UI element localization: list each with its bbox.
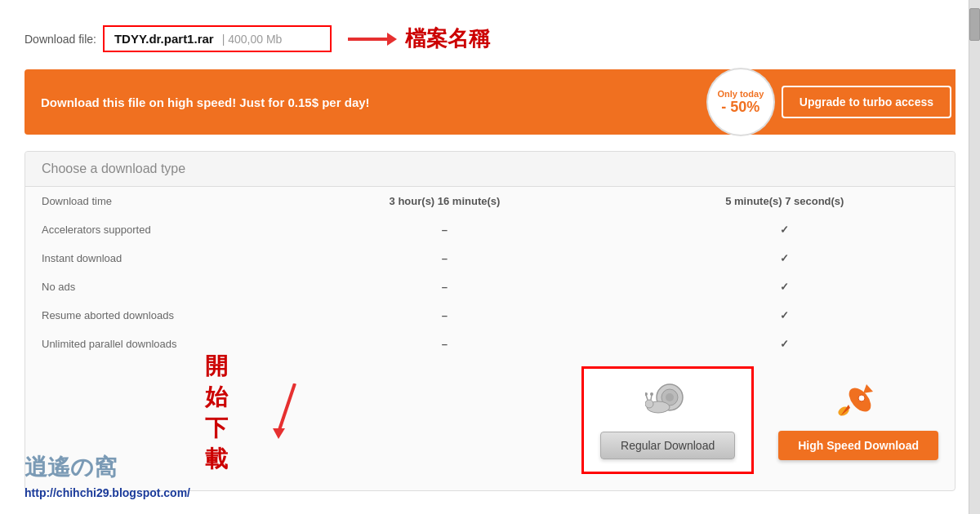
banner-text: Download this file on high speed! Just f… <box>24 84 708 121</box>
discount-today: Only today <box>717 89 764 99</box>
download-type-box: Choose a download type Download time 3 h… <box>24 151 956 491</box>
comparison-table: Download time 3 hour(s) 16 minute(s) 5 m… <box>25 187 955 358</box>
fast-value: ✓ <box>615 301 955 330</box>
slow-value: – <box>274 330 614 358</box>
svg-point-10 <box>645 392 648 396</box>
promo-banner: Download this file on high speed! Just f… <box>24 69 956 135</box>
fast-value: ✓ <box>615 273 955 301</box>
svg-line-2 <box>278 383 295 432</box>
table-row: Instant download – ✓ <box>25 244 955 273</box>
upgrade-button[interactable]: Upgrade to turbo access <box>782 86 951 118</box>
high-speed-area: High Speed Download <box>778 380 938 460</box>
snail-icon <box>645 381 690 425</box>
slow-value: – <box>274 215 614 244</box>
table-row: Unlimited parallel downloads – ✓ <box>25 330 955 358</box>
download-type-header: Choose a download type <box>25 152 955 187</box>
file-name: TDYY.dr.part1.rar <box>114 32 214 46</box>
start-download-zh: 開始下載 <box>205 351 228 475</box>
file-size: | 400,00 Mb <box>222 33 283 46</box>
file-label: Download file: <box>24 33 96 46</box>
rocket-icon <box>834 380 883 424</box>
row-label: Accelerators supported <box>25 215 274 244</box>
slow-value: 3 hour(s) 16 minute(s) <box>274 187 614 215</box>
slow-value: – <box>274 244 614 273</box>
annotation-arrow <box>270 383 319 444</box>
row-label: Instant download <box>25 244 274 273</box>
row-label: Unlimited parallel downloads <box>25 330 274 358</box>
fast-value: ✓ <box>615 244 955 273</box>
discount-badge: Only today - 50% <box>708 69 773 135</box>
svg-marker-3 <box>273 428 285 439</box>
slow-value: – <box>274 273 614 301</box>
high-speed-download-button[interactable]: High Speed Download <box>778 431 938 460</box>
watermark: 逍遙の窩 http://chihchi29.blogspot.com/ <box>24 452 190 499</box>
svg-point-12 <box>650 392 653 396</box>
slow-value: – <box>274 301 614 330</box>
fast-value: ✓ <box>615 215 955 244</box>
fast-value: ✓ <box>615 330 955 358</box>
svg-marker-1 <box>387 33 397 46</box>
table-row: Download time 3 hour(s) 16 minute(s) 5 m… <box>25 187 955 215</box>
regular-download-button[interactable]: Regular Download <box>600 432 735 459</box>
scrollbar[interactable] <box>969 0 980 514</box>
svg-point-8 <box>645 400 653 408</box>
row-label: Download time <box>25 187 274 215</box>
regular-download-box: Regular Download <box>581 366 754 474</box>
svg-marker-15 <box>863 384 873 393</box>
table-row: Resume aborted downloads – ✓ <box>25 301 955 330</box>
fast-value: 5 minute(s) 7 second(s) <box>615 187 955 215</box>
scrollbar-thumb[interactable] <box>969 8 980 41</box>
table-row: No ads – ✓ <box>25 273 955 301</box>
row-label: Resume aborted downloads <box>25 301 274 330</box>
watermark-line2: http://chihchi29.blogspot.com/ <box>24 486 190 499</box>
row-label: No ads <box>25 273 274 301</box>
file-label-zh: 檔案名稱 <box>405 24 490 53</box>
file-name-box: TDYY.dr.part1.rar | 400,00 Mb <box>103 25 332 52</box>
svg-point-6 <box>666 393 674 401</box>
file-info-row: Download file: TDYY.dr.part1.rar | 400,0… <box>24 24 956 53</box>
discount-percent: - 50% <box>721 99 760 116</box>
svg-point-17 <box>858 395 865 401</box>
watermark-line1: 逍遙の窩 <box>24 452 190 483</box>
arrow-right <box>348 27 397 51</box>
table-row: Accelerators supported – ✓ <box>25 215 955 244</box>
